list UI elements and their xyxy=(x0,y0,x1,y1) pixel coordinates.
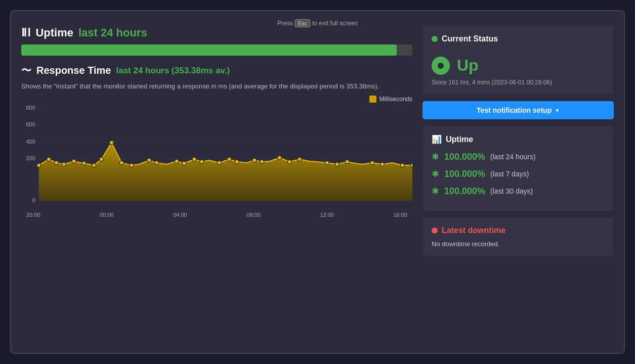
svg-text:200: 200 xyxy=(26,155,35,161)
chart-point xyxy=(175,159,179,163)
chart-point xyxy=(82,161,86,165)
chart-area: 800 600 400 200 0 xyxy=(21,105,412,211)
svg-text:400: 400 xyxy=(26,138,35,144)
chart-point xyxy=(260,160,264,164)
current-status-card: Current Status Up Since 161 hrs, 4 mins … xyxy=(422,26,614,94)
uptime-title: Ⅱ Ⅰ Uptime last 24 hours xyxy=(21,26,412,39)
status-up-text: Up xyxy=(457,56,479,75)
uptime-widget-card: 📊 Uptime ✱ 100.000% (last 24 hours) ✱ 10… xyxy=(422,126,614,211)
chart-container: Milliseconds 800 600 400 200 0 xyxy=(21,96,412,217)
status-up-icon xyxy=(432,57,450,75)
current-status-label: Current Status xyxy=(442,34,498,43)
chart-point xyxy=(410,163,412,167)
response-label: Response Time xyxy=(36,65,111,76)
main-container: Press Esc to exit full screen Ⅱ Ⅰ Uptime… xyxy=(10,10,625,354)
x-label-1: 20:00 xyxy=(26,212,40,218)
notification-button-label: Test notification setup xyxy=(477,106,552,114)
response-chart-svg: 800 600 400 200 0 xyxy=(21,105,412,206)
chart-point xyxy=(182,161,186,165)
chart-point xyxy=(47,157,51,161)
right-panel: Current Status Up Since 161 hrs, 4 mins … xyxy=(422,26,614,256)
esc-suffix: to exit full screen xyxy=(312,20,358,27)
uptime-row-24h: ✱ 100.000% (last 24 hours) xyxy=(432,151,605,162)
chart-point xyxy=(235,160,239,164)
bar-chart-icon-right: 📊 xyxy=(432,134,442,144)
uptime-star-icon-1: ✱ xyxy=(432,151,439,162)
chart-point xyxy=(345,160,349,164)
svg-text:600: 600 xyxy=(26,121,35,127)
x-label-6: 16:00 xyxy=(393,212,407,218)
downtime-header-label: Latest downtime xyxy=(442,226,505,235)
x-label-3: 04:00 xyxy=(173,212,187,218)
chart-point xyxy=(380,162,385,166)
test-notification-button[interactable]: Test notification setup ▼ xyxy=(422,101,614,119)
chart-point xyxy=(109,141,113,145)
svg-text:0: 0 xyxy=(32,197,35,203)
downtime-dot-icon xyxy=(432,228,438,234)
response-title: 〜 Response Time last 24 hours (353.38ms … xyxy=(21,64,412,77)
dropdown-arrow-icon: ▼ xyxy=(555,108,560,113)
response-description: Shows the "instant" that the monitor sta… xyxy=(21,81,412,92)
x-label-2: 00:00 xyxy=(100,212,114,218)
chart-point xyxy=(325,161,329,165)
chart-legend: Milliseconds xyxy=(21,96,412,103)
uptime-bar-fill xyxy=(21,44,397,56)
status-up-row: Up xyxy=(432,56,605,75)
chart-point xyxy=(287,160,291,164)
chart-point xyxy=(62,162,66,166)
uptime-pct-7d: 100.000% xyxy=(444,169,485,179)
chart-point xyxy=(92,163,96,167)
latest-downtime-card: Latest downtime No downtime recorded. xyxy=(422,218,614,256)
chart-point xyxy=(72,159,76,163)
uptime-label: Uptime xyxy=(35,26,73,39)
esc-key: Esc xyxy=(295,19,310,27)
uptime-period: last 24 hours xyxy=(78,26,147,39)
uptime-star-icon-2: ✱ xyxy=(432,168,439,179)
response-section: 〜 Response Time last 24 hours (353.38ms … xyxy=(21,64,412,217)
chart-point xyxy=(130,163,134,167)
downtime-message: No downtime recorded. xyxy=(432,240,605,248)
chart-point xyxy=(277,156,281,160)
uptime-row-30d: ✱ 100.000% (last 30 days) xyxy=(432,186,605,197)
chart-point xyxy=(147,158,151,162)
left-panel: Ⅱ Ⅰ Uptime last 24 hours 〜 Response Time… xyxy=(21,26,412,256)
chart-point xyxy=(400,163,404,167)
uptime-bar-background xyxy=(21,44,412,56)
esc-bar: Press Esc to exit full screen xyxy=(277,19,358,27)
chart-point xyxy=(217,161,221,165)
uptime-period-30d: (last 30 days) xyxy=(490,187,533,195)
chart-point xyxy=(155,161,159,165)
response-icon: 〜 xyxy=(21,64,31,77)
x-label-5: 12:00 xyxy=(320,212,334,218)
uptime-section: Ⅱ Ⅰ Uptime last 24 hours xyxy=(21,26,412,56)
chart-point xyxy=(335,162,339,166)
uptime-period-24h: (last 24 hours) xyxy=(490,153,535,161)
chart-point xyxy=(252,158,257,162)
response-subtitle: last 24 hours (353.38ms av.) xyxy=(116,66,230,76)
svg-text:800: 800 xyxy=(26,105,35,111)
status-indicator-dot xyxy=(432,36,438,42)
chart-point xyxy=(37,163,41,167)
chart-point xyxy=(54,161,58,165)
bar-chart-icon: Ⅱ Ⅰ xyxy=(21,26,30,39)
chart-point xyxy=(119,161,123,165)
legend-color-box xyxy=(369,96,376,103)
current-status-header: Current Status xyxy=(432,34,605,49)
downtime-header: Latest downtime xyxy=(432,226,605,235)
chart-point xyxy=(370,161,374,165)
uptime-pct-24h: 100.000% xyxy=(444,152,485,162)
uptime-period-7d: (last 7 days) xyxy=(490,170,529,178)
legend-label: Milliseconds xyxy=(379,96,412,103)
uptime-widget-label: Uptime xyxy=(446,135,473,144)
chart-point xyxy=(227,157,231,161)
status-since: Since 161 hrs, 4 mins (2023-08-01 00:28:… xyxy=(432,79,605,86)
x-label-4: 08:00 xyxy=(246,212,261,218)
chart-point xyxy=(100,157,104,161)
uptime-pct-30d: 100.000% xyxy=(444,186,485,197)
chart-fill-area xyxy=(39,143,412,201)
chart-x-labels: 20:00 00:00 04:00 08:00 12:00 16:00 xyxy=(21,212,412,218)
chart-point xyxy=(298,157,302,161)
uptime-widget-header: 📊 Uptime xyxy=(432,134,605,144)
chart-point xyxy=(200,160,204,164)
main-layout: Ⅱ Ⅰ Uptime last 24 hours 〜 Response Time… xyxy=(21,26,614,256)
